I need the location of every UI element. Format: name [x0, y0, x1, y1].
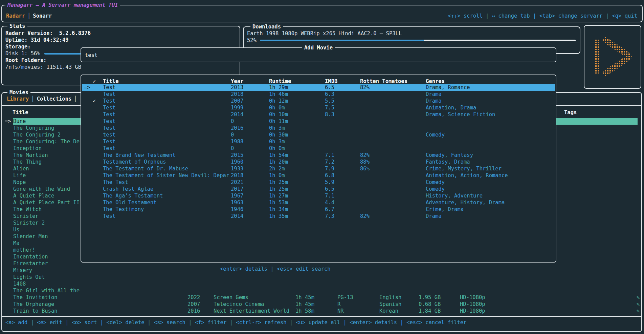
selection-arrow: =>: [5, 118, 11, 125]
movie-year: 2016: [187, 308, 200, 314]
add-movie-result-row[interactable]: Crash Test Aglae20171h 25m6.5Comedy: [82, 186, 555, 192]
result-title: The Brand New Testament: [103, 152, 176, 159]
result-runtime: 0h 0m: [269, 104, 285, 111]
result-genres: Adventure, History, Drama: [426, 199, 505, 206]
movie-certification: PG-13: [337, 294, 353, 301]
result-rotten-tomatoes: 82%: [360, 84, 370, 91]
result-runtime: 1h 46m: [269, 91, 288, 98]
library-movie-row[interactable]: The Orphanage2007Telecinco Cinema1h 45mR…: [3, 301, 641, 308]
result-genres: Comedy, Fantasy: [426, 152, 473, 159]
result-title: Test: [103, 125, 115, 131]
result-runtime: 0h 3m: [269, 138, 285, 145]
result-runtime: 0h 0m: [269, 145, 285, 152]
add-movie-result-row[interactable]: test00h 30mComedy: [82, 131, 555, 138]
result-title: The Old Testament: [103, 199, 157, 206]
result-year: 1999: [231, 104, 243, 111]
add-movie-result-row[interactable]: The Testament of Dr. Mabuse19332h 2m7.98…: [82, 165, 555, 172]
result-genres: Fantasy, Drama: [426, 159, 470, 165]
result-title: The Aga's Testament: [103, 192, 163, 199]
result-runtime: 1h 54m: [269, 152, 288, 159]
movie-title: Ma: [13, 240, 20, 247]
result-year: 0: [231, 131, 234, 138]
add-movie-result-row[interactable]: Test20140h 10m8.3Drama, Science Fiction: [82, 111, 555, 118]
result-year: 2015: [231, 152, 243, 159]
add-movie-search-box[interactable]: Add Movie test: [81, 47, 556, 62]
movie-title: The Martian: [13, 152, 48, 159]
download-percent-label: 52%: [247, 37, 257, 44]
movie-title: mother!: [13, 247, 35, 253]
movie-title: Dune: [13, 118, 26, 125]
add-movie-result-row[interactable]: Test19880h 3m: [82, 138, 555, 145]
result-runtime: 1h 25m: [269, 186, 288, 192]
library-movie-row[interactable]: The Invitation2022Screen Gems1h 45mPG-13…: [3, 294, 641, 301]
add-movie-result-row[interactable]: The Test20211h 25m5.9Comedy: [82, 179, 555, 186]
result-imdb-rating: 6.5: [325, 84, 334, 91]
result-runtime: 1h 35m: [269, 213, 288, 220]
result-year: 1967: [231, 192, 243, 199]
library-movie-row[interactable]: 1408: [3, 280, 641, 287]
result-title: Crash Test Aglae: [103, 186, 153, 192]
root-folders-label: Root Folders:: [5, 57, 46, 64]
result-year: 2007: [231, 98, 243, 104]
radarr-version: Radarr Version: 5.2.6.8376: [5, 30, 91, 37]
add-movie-result-row[interactable]: Test20181h 46m6.3Drama: [82, 91, 555, 98]
result-imdb-rating: 7.5: [325, 104, 334, 111]
imdb-column-header: IMDB: [325, 78, 337, 85]
add-movie-result-row[interactable]: ✓Test20070h 12m5.5Drama: [82, 98, 555, 104]
result-genres: Drama, Romance: [426, 84, 470, 91]
add-movie-result-row[interactable]: Test00h 11m: [82, 118, 555, 125]
add-movie-title: Add Movie: [302, 44, 335, 51]
movie-quality-profile: HD-1080p: [460, 308, 485, 314]
result-title: Test: [103, 145, 115, 152]
movie-year: 2022: [187, 294, 200, 301]
library-movie-row[interactable]: The Girl with All the: [3, 287, 641, 294]
add-movie-result-row[interactable]: The Testimony19461h 34m6.7Crime, Drama: [82, 206, 555, 213]
tab-library[interactable]: Library: [7, 96, 29, 102]
library-tabs: Library│Collections│: [7, 96, 80, 102]
download-progress-bar: [260, 40, 576, 41]
result-title: Test: [103, 111, 115, 118]
search-input[interactable]: test: [85, 52, 97, 59]
result-rotten-tomatoes: 82%: [360, 152, 370, 159]
add-movie-result-row[interactable]: =>Test20131h 29m6.582%Drama, Romance: [82, 84, 555, 91]
movie-runtime: 1h 58m: [295, 308, 314, 314]
add-movie-result-row[interactable]: The Aga's Testament19671h 27m7.1History,…: [82, 192, 555, 199]
result-year: 1946: [231, 206, 243, 213]
add-movie-result-row[interactable]: Test20160h 3m: [82, 125, 555, 131]
movie-title: The Conjuring: [13, 125, 54, 131]
tab-sonarr[interactable]: Sonarr: [33, 13, 52, 19]
add-movie-result-row[interactable]: Test00h 0m: [82, 145, 555, 152]
genres-column-header: Genres: [426, 78, 445, 85]
add-movie-result-row[interactable]: Test20141h 35m7.382%Drama: [82, 213, 555, 220]
add-movie-result-row[interactable]: Testament of Orpheus19601h 20m7.288%Fant…: [82, 159, 555, 165]
library-movie-row[interactable]: Train to Busan2016Next Entertainment Wor…: [3, 308, 641, 314]
tab-collections[interactable]: Collections: [37, 96, 72, 102]
movie-title: The Thing: [13, 159, 42, 165]
movie-title: Us: [13, 226, 20, 233]
result-imdb-rating: 7.1: [325, 152, 334, 159]
add-movie-result-row[interactable]: Test19990h 0m7.5Animation, Drama: [82, 104, 555, 111]
movie-title: Life: [13, 172, 26, 179]
movies-panel-title: Movies: [7, 89, 30, 96]
result-imdb-rating: 6.7: [325, 206, 334, 213]
add-movie-results-panel: ✓ Title Year Runtime IMDB Rotten Tomatoe…: [81, 75, 556, 263]
tab-radarr[interactable]: Radarr: [6, 13, 25, 19]
result-title: test: [103, 131, 115, 138]
movie-title: Alien: [13, 165, 29, 172]
movie-studio: Telecinco Cinema: [214, 301, 264, 308]
title-column-header: Title: [13, 109, 28, 116]
add-movie-result-row[interactable]: The Brand New Testament20151h 54m7.182%C…: [82, 152, 555, 159]
add-movie-result-row[interactable]: The Old Testament19631h 53m4.4Adventure,…: [82, 199, 555, 206]
movie-size: 1.84 GB: [419, 308, 441, 314]
movie-year: 2007: [187, 301, 200, 308]
add-movie-result-row[interactable]: The Testament of Sister New Devil: Depar…: [82, 172, 555, 179]
movie-title: The Conjuring 2: [13, 131, 61, 138]
result-genres: Drama: [426, 98, 442, 104]
result-imdb-rating: 7.9: [325, 165, 334, 172]
result-year: 2014: [231, 213, 243, 220]
movie-language: English: [379, 294, 401, 301]
result-runtime: 2h 2m: [269, 165, 285, 172]
library-movie-row[interactable]: Lights Out: [3, 274, 641, 280]
result-title: The Testimony: [103, 206, 144, 213]
result-genres: Comedy: [426, 131, 445, 138]
